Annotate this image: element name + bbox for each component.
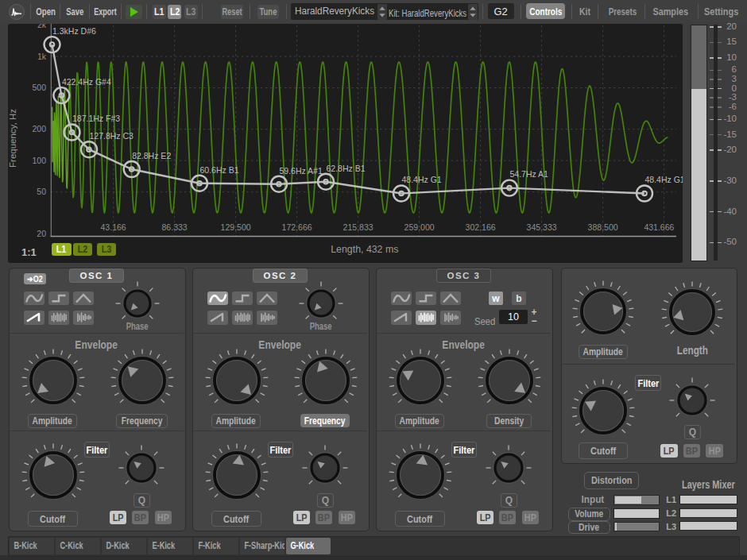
svg-text:1.3kHz D#6: 1.3kHz D#6 bbox=[52, 26, 96, 36]
svg-text:302.166: 302.166 bbox=[466, 222, 496, 232]
svg-text:127.8Hz C3: 127.8Hz C3 bbox=[90, 131, 134, 141]
svg-text:54.7Hz A1: 54.7Hz A1 bbox=[510, 169, 549, 179]
svg-text:48.4Hz G1: 48.4Hz G1 bbox=[402, 175, 442, 184]
svg-text:129.500: 129.500 bbox=[221, 222, 251, 232]
svg-text:48.4Hz G1: 48.4Hz G1 bbox=[645, 175, 683, 184]
svg-text:500: 500 bbox=[32, 83, 46, 92]
svg-text:259.000: 259.000 bbox=[404, 222, 435, 232]
svg-text:43.166: 43.166 bbox=[101, 222, 126, 232]
svg-text:86.333: 86.333 bbox=[162, 222, 188, 232]
svg-text:100: 100 bbox=[32, 156, 46, 165]
svg-text:172.666: 172.666 bbox=[282, 222, 312, 232]
svg-text:200: 200 bbox=[32, 124, 46, 133]
svg-text:60.6Hz B1: 60.6Hz B1 bbox=[200, 165, 239, 175]
svg-text:50: 50 bbox=[37, 187, 46, 196]
svg-text:20: 20 bbox=[37, 229, 46, 238]
svg-text:Frequency, Hz: Frequency, Hz bbox=[8, 109, 17, 168]
svg-text:59.6Hz A#1: 59.6Hz A#1 bbox=[280, 166, 323, 176]
svg-text:1k: 1k bbox=[37, 52, 47, 61]
svg-text:388.500: 388.500 bbox=[588, 222, 618, 232]
svg-text:62.8Hz B1: 62.8Hz B1 bbox=[327, 164, 366, 173]
svg-text:82.8Hz E2: 82.8Hz E2 bbox=[132, 151, 171, 160]
svg-text:2k: 2k bbox=[37, 24, 47, 29]
svg-text:431.666: 431.666 bbox=[644, 222, 674, 232]
svg-text:187.1Hz F#3: 187.1Hz F#3 bbox=[72, 114, 120, 123]
svg-text:345.333: 345.333 bbox=[527, 222, 557, 232]
svg-text:422.4Hz G#4: 422.4Hz G#4 bbox=[62, 77, 111, 87]
svg-text:215.833: 215.833 bbox=[343, 222, 374, 232]
